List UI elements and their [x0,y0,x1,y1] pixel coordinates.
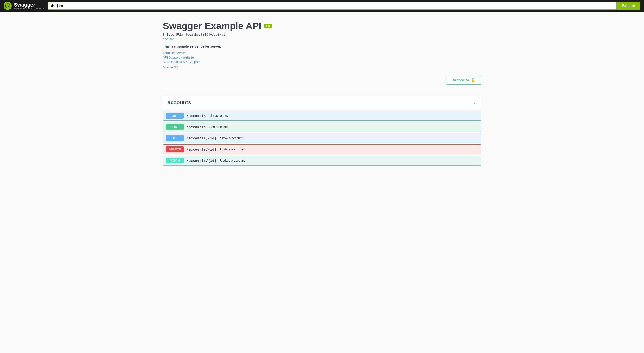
app-header: S Swagger Supported by SMARTBEAR Explore [0,0,644,12]
endpoint-row[interactable]: PATCH /accounts/{id} Update a account [163,156,481,166]
accounts-section: accounts ⌄ GET /accounts List accounts P… [163,96,481,166]
method-badge-post: POST [166,124,184,130]
version-badge: 1.0 [264,24,272,28]
main-content: Swagger Example API 1.0 [ Base URL: loca… [158,12,486,174]
authorize-button[interactable]: Authorize 🔓 [447,76,481,84]
search-bar: Explore [48,2,640,10]
endpoint-desc: Update a account [220,159,245,162]
method-badge-delete: DELETE [166,146,184,152]
swagger-logo-icon: S [4,2,12,10]
api-title-row: Swagger Example API 1.0 [163,21,481,32]
section-header-accounts[interactable]: accounts ⌄ [163,96,481,109]
endpoint-path: /accounts/{id} [186,136,216,140]
logo-text: Swagger Supported by SMARTBEAR [14,2,44,10]
support-website-link[interactable]: API Support - Website [163,56,481,59]
method-badge-get: GET [166,135,184,141]
svg-text:S: S [6,4,8,8]
api-info-section: Swagger Example API 1.0 [ Base URL: loca… [163,21,481,69]
endpoint-path: /accounts [186,125,206,129]
section-title-accounts: accounts [168,99,191,106]
endpoint-row[interactable]: GET /accounts/{id} Show a account [163,133,481,143]
chevron-down-icon: ⌄ [473,100,476,105]
endpoint-row[interactable]: POST /accounts Add a account [163,122,481,132]
endpoint-row[interactable]: GET /accounts List accounts [163,111,481,121]
authorize-label: Authorize [452,78,469,82]
support-email-link[interactable]: Send email to API Support [163,60,481,64]
api-title: Swagger Example API [163,21,262,32]
base-url: [ Base URL: localhost:8080/api/v1 ] [163,33,481,36]
api-description: This is a sample server celler server. [163,44,481,48]
endpoint-path: /accounts [186,114,206,118]
logo-subtitle: Supported by SMARTBEAR [14,8,44,10]
search-input[interactable] [48,2,616,10]
endpoint-list: GET /accounts List accounts POST /accoun… [163,111,481,166]
license-link[interactable]: Apache 2.0 [163,66,481,69]
method-badge-patch: PATCH [166,158,184,164]
authorize-section: Authorize 🔓 [163,76,481,89]
doc-link[interactable]: doc.json [163,37,481,41]
endpoint-path: /accounts/{id} [186,147,216,152]
terms-of-service-link[interactable]: Terms of service [163,51,481,55]
logo-area: S Swagger Supported by SMARTBEAR [4,2,44,10]
logo-title: Swagger [14,2,44,8]
endpoint-path: /accounts/{id} [186,158,216,163]
endpoint-desc: List accounts [210,114,228,118]
endpoint-desc: Update a account [220,148,245,151]
lock-icon: 🔓 [471,78,476,82]
endpoint-desc: Show a account [220,136,242,140]
endpoint-row[interactable]: DELETE /accounts/{id} Update a account [163,144,481,154]
method-badge-get: GET [166,113,184,119]
explore-button[interactable]: Explore [616,2,640,10]
endpoint-desc: Add a account [210,125,230,129]
info-links: Terms of service API Support - Website S… [163,51,481,64]
